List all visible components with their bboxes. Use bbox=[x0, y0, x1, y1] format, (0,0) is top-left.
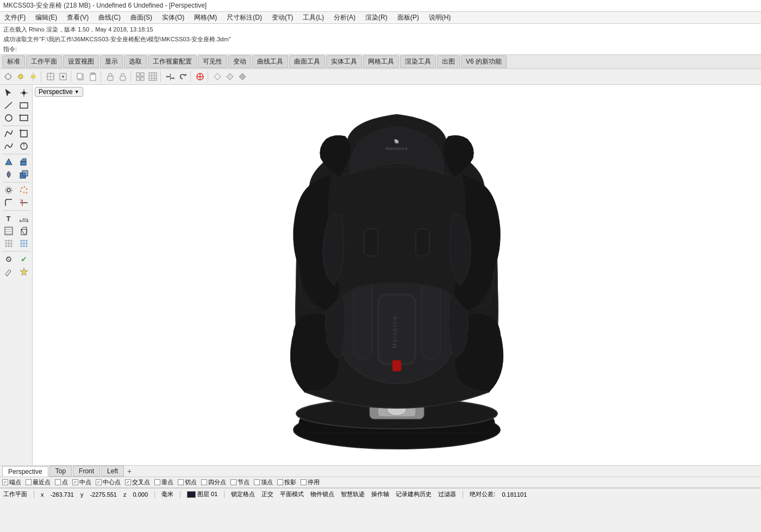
toolbar-tab-output[interactable]: 出图 bbox=[437, 55, 460, 68]
snap-quad[interactable]: 四分点 bbox=[201, 478, 226, 486]
rect-tool-icon[interactable] bbox=[17, 99, 31, 111]
point-cloud-icon[interactable] bbox=[17, 184, 31, 196]
menu-solid[interactable]: 实体(O) bbox=[160, 12, 186, 23]
star-icon[interactable] bbox=[17, 266, 31, 278]
toolbar-icon-snap1[interactable] bbox=[45, 71, 57, 83]
toolbar-icon-light2[interactable] bbox=[15, 71, 27, 83]
toolbar-icon-light3[interactable] bbox=[27, 71, 39, 83]
snap-tangent[interactable]: 切点 bbox=[178, 478, 197, 486]
osnap1-icon[interactable] bbox=[2, 253, 16, 265]
toolbar-tab-select[interactable]: 选取 bbox=[124, 55, 147, 68]
snap-perp[interactable]: 垂点 bbox=[154, 478, 173, 486]
paint-icon[interactable] bbox=[2, 266, 16, 278]
circle-tool-icon[interactable] bbox=[2, 112, 16, 124]
fillet-tool-icon[interactable] bbox=[2, 197, 16, 209]
toolbar-icon-copy[interactable] bbox=[74, 71, 86, 83]
toolbar-icon-paste[interactable] bbox=[87, 71, 99, 83]
snap-disable[interactable]: 停用 bbox=[301, 478, 320, 486]
point-tool-icon[interactable] bbox=[17, 87, 31, 99]
toolbar-tab-standard[interactable]: 标准 bbox=[2, 55, 25, 68]
menu-panel[interactable]: 面板(P) bbox=[395, 12, 421, 23]
toolbar-icon-grid[interactable] bbox=[134, 71, 146, 83]
toolbar-icon-diamond2[interactable] bbox=[224, 71, 236, 83]
grid-snap-icon[interactable] bbox=[2, 237, 16, 249]
snap-perp-checkbox[interactable] bbox=[154, 479, 160, 485]
snap-grid-status[interactable]: 锁定格点 bbox=[231, 490, 255, 498]
gumball-status[interactable]: 操作轴 bbox=[371, 490, 389, 498]
menu-dim[interactable]: 尺寸标注(D) bbox=[224, 12, 264, 23]
toolbar-icon-light1[interactable] bbox=[2, 71, 14, 83]
viewport-add-button[interactable]: + bbox=[125, 467, 134, 475]
toolbar-tab-transform[interactable]: 变动 bbox=[228, 55, 251, 68]
snap-midpoint[interactable]: 中点 bbox=[72, 478, 91, 486]
smart-track-status[interactable]: 智慧轨迹 bbox=[341, 490, 365, 498]
menu-transform[interactable]: 变动(T) bbox=[270, 12, 295, 23]
block-tool-icon[interactable] bbox=[17, 225, 31, 237]
menu-surface[interactable]: 曲面(S) bbox=[128, 12, 154, 23]
viewport-tab-top[interactable]: Top bbox=[49, 466, 72, 477]
gear-tool-icon[interactable] bbox=[2, 184, 16, 196]
toolbar-icon-unlock[interactable] bbox=[117, 71, 129, 83]
snap-intersect[interactable]: 交叉点 bbox=[125, 478, 150, 486]
snap-point-checkbox[interactable] bbox=[55, 479, 61, 485]
menu-file[interactable]: 文件(F) bbox=[2, 12, 28, 23]
toolbar-tab-curve-tools[interactable]: 曲线工具 bbox=[252, 55, 288, 68]
snap-project[interactable]: 投影 bbox=[277, 478, 296, 486]
toolbar-tab-surface-tools[interactable]: 曲面工具 bbox=[289, 55, 325, 68]
menu-curve[interactable]: 曲线(C) bbox=[96, 12, 123, 23]
toolbar-tab-workplane[interactable]: 工作平面 bbox=[26, 55, 62, 68]
toolbar-tab-render-tools[interactable]: 渲染工具 bbox=[400, 55, 436, 68]
menu-help[interactable]: 说明(H) bbox=[427, 12, 453, 23]
toolbar-icon-cursor[interactable] bbox=[194, 71, 206, 83]
trim-tool-icon[interactable] bbox=[17, 197, 31, 209]
toolbar-tab-viewport-config[interactable]: 工作视窗配置 bbox=[148, 55, 197, 68]
snap-knot[interactable]: 节点 bbox=[230, 478, 249, 486]
snap-vertex-checkbox[interactable] bbox=[254, 479, 260, 485]
select-tool-icon[interactable] bbox=[2, 87, 16, 99]
viewport-dropdown-icon[interactable]: ▼ bbox=[74, 89, 79, 95]
polyline-tool-icon[interactable] bbox=[2, 128, 16, 140]
snap-endpoint-checkbox[interactable] bbox=[2, 479, 8, 485]
snap-endpoint[interactable]: 端点 bbox=[2, 478, 21, 486]
revolve-tool-icon[interactable] bbox=[2, 168, 16, 180]
menu-analyze[interactable]: 分析(A) bbox=[332, 12, 358, 23]
snap-midpoint-checkbox[interactable] bbox=[72, 479, 78, 485]
snap-knot-checkbox[interactable] bbox=[230, 479, 236, 485]
toolbar-tab-solid-tools[interactable]: 实体工具 bbox=[326, 55, 362, 68]
snap-center[interactable]: 中心点 bbox=[96, 478, 121, 486]
snap-quad-checkbox[interactable] bbox=[201, 479, 207, 485]
freeform-tool-icon[interactable] bbox=[17, 128, 31, 140]
snap-center-checkbox[interactable] bbox=[96, 479, 102, 485]
snap-disable-checkbox[interactable] bbox=[301, 479, 307, 485]
viewport-tab-front[interactable]: Front bbox=[73, 466, 100, 477]
layer-indicator[interactable]: 图层 01 bbox=[187, 490, 217, 498]
curve-tool-icon[interactable] bbox=[2, 140, 16, 152]
toolbar-tab-v6[interactable]: V6 的新功能 bbox=[461, 55, 507, 68]
toolbar-icon-snap2[interactable] bbox=[57, 71, 69, 83]
viewport[interactable]: Perspective ▼ bbox=[33, 85, 761, 465]
menu-mesh[interactable]: 网格(M) bbox=[192, 12, 219, 23]
boolean-tool-icon[interactable] bbox=[17, 168, 31, 180]
snap-vertex[interactable]: 顶点 bbox=[254, 478, 273, 486]
snap-nearest-checkbox[interactable] bbox=[26, 479, 32, 485]
snap-project-checkbox[interactable] bbox=[277, 479, 283, 485]
curve2-tool-icon[interactable] bbox=[17, 140, 31, 152]
hatch-tool-icon[interactable] bbox=[2, 225, 16, 237]
viewport-label[interactable]: Perspective ▼ bbox=[35, 87, 83, 97]
ortho-status[interactable]: 正交 bbox=[261, 490, 273, 498]
toolbar-icon-diamond1[interactable] bbox=[211, 71, 223, 83]
menu-tools[interactable]: 工具(L) bbox=[301, 12, 326, 23]
toolbar-icon-move[interactable] bbox=[164, 71, 176, 83]
grid2-snap-icon[interactable] bbox=[17, 237, 31, 249]
viewport-tab-perspective[interactable]: Perspective bbox=[2, 466, 48, 477]
toolbar-icon-rotate[interactable] bbox=[177, 71, 189, 83]
check-icon[interactable]: ✔ bbox=[17, 253, 31, 265]
dim-tool-icon[interactable]: dim bbox=[17, 212, 31, 224]
extrude-tool-icon[interactable] bbox=[17, 156, 31, 168]
text-tool-icon[interactable]: T bbox=[2, 212, 16, 224]
snap-intersect-checkbox[interactable] bbox=[125, 479, 131, 485]
menu-edit[interactable]: 编辑(E) bbox=[33, 12, 59, 23]
snap-point[interactable]: 点 bbox=[55, 478, 68, 486]
toolbar-tab-setview[interactable]: 设置视图 bbox=[63, 55, 99, 68]
menu-view[interactable]: 查看(V) bbox=[65, 12, 91, 23]
